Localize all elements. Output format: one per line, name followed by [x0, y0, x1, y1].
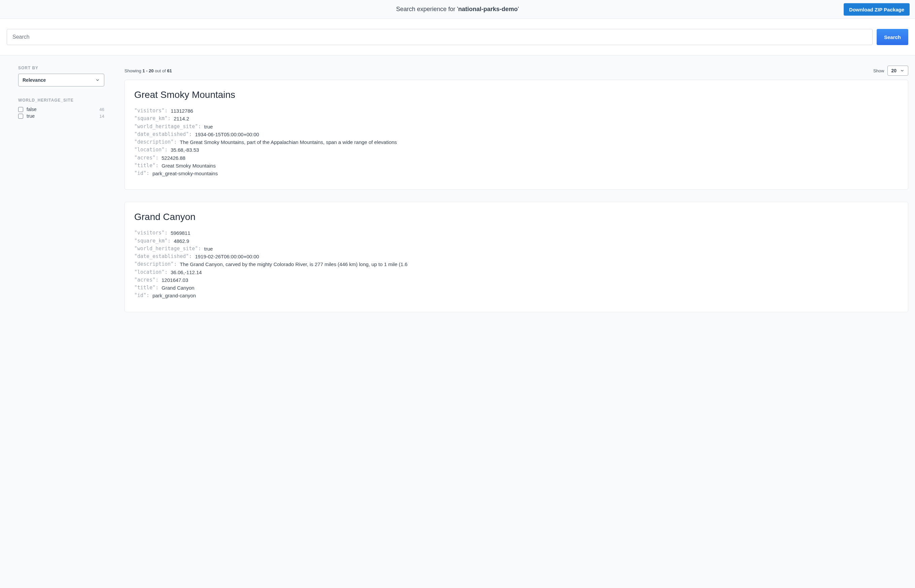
result-fields: "visitors": 5969811 "square_km": 4862.9 …	[134, 229, 899, 299]
field-value: true	[204, 123, 213, 131]
field-title: "title": Great Smoky Mountains	[134, 162, 899, 170]
field-location: "location": 35.68,-83.53	[134, 146, 899, 154]
results-count-text: Showing 1 - 20 out of 61	[124, 68, 172, 73]
search-button[interactable]: Search	[877, 29, 908, 45]
page-title: Search experience for 'national-parks-de…	[396, 6, 519, 13]
page-size-select[interactable]: 20	[888, 66, 908, 76]
field-date-established: "date_established": 1919-02-26T06:00:00+…	[134, 253, 899, 260]
field-key: "date_established":	[134, 253, 195, 260]
facet-option-true[interactable]: true 14	[18, 113, 104, 120]
field-value: true	[204, 245, 213, 253]
field-title: "title": Grand Canyon	[134, 284, 899, 292]
field-value: park_grand-canyon	[152, 292, 196, 299]
field-visitors: "visitors": 11312786	[134, 107, 899, 115]
showing-prefix: Showing	[124, 68, 142, 73]
field-value: 36.06,-112.14	[171, 268, 202, 276]
facet-label: true	[27, 113, 100, 119]
field-value: 2114.2	[174, 115, 189, 123]
results-main: Showing 1 - 20 out of 61 Show 20 Great S…	[124, 66, 908, 324]
facet-heading: world_heritage_site	[18, 98, 104, 103]
field-location: "location": 36.06,-112.14	[134, 268, 899, 276]
field-value: Grand Canyon	[161, 284, 194, 292]
sidebar: Sort by Relevance world_heritage_site fa…	[7, 66, 104, 131]
sort-selected-label: Relevance	[23, 78, 46, 83]
field-value: 1201647.03	[161, 276, 188, 284]
page-title-prefix: Search experience for '	[396, 6, 458, 13]
field-key: "id":	[134, 292, 152, 299]
search-bar: Search	[0, 19, 915, 55]
results-header: Showing 1 - 20 out of 61 Show 20	[124, 66, 908, 76]
field-key: "acres":	[134, 154, 161, 162]
field-key: "acres":	[134, 276, 161, 284]
field-date-established: "date_established": 1934-06-15T05:00:00+…	[134, 131, 899, 138]
field-id: "id": park_grand-canyon	[134, 292, 899, 299]
result-title[interactable]: Great Smoky Mountains	[134, 89, 899, 100]
out-of-text: out of	[154, 68, 167, 73]
facet-count: 14	[100, 114, 104, 119]
chevron-down-icon	[900, 68, 905, 73]
result-fields: "visitors": 11312786 "square_km": 2114.2…	[134, 107, 899, 177]
search-input[interactable]	[7, 29, 873, 45]
field-value: 1919-02-26T06:00:00+00:00	[195, 253, 259, 260]
facet-section-world-heritage-site: world_heritage_site false 46 true 14	[18, 98, 104, 120]
field-key: "square_km":	[134, 115, 174, 123]
field-value: park_great-smoky-mountains	[152, 170, 218, 177]
field-key: "description":	[134, 260, 180, 268]
showing-range: 1 - 20	[142, 68, 153, 73]
checkbox-icon	[18, 107, 23, 112]
field-value: The Grand Canyon, carved by the mighty C…	[180, 260, 407, 268]
facet-count: 46	[100, 107, 104, 112]
field-acres: "acres": 522426.88	[134, 154, 899, 162]
sort-heading: Sort by	[18, 66, 104, 70]
field-visitors: "visitors": 5969811	[134, 229, 899, 237]
field-key: "title":	[134, 284, 161, 292]
field-acres: "acres": 1201647.03	[134, 276, 899, 284]
field-key: "description":	[134, 138, 180, 146]
facet-label: false	[27, 107, 100, 112]
field-value: 522426.88	[161, 154, 186, 162]
field-square-km: "square_km": 4862.9	[134, 237, 899, 245]
field-value: 1934-06-15T05:00:00+00:00	[195, 131, 259, 138]
sort-select[interactable]: Relevance	[18, 74, 104, 86]
result-card: Grand Canyon "visitors": 5969811 "square…	[124, 202, 908, 312]
field-square-km: "square_km": 2114.2	[134, 115, 899, 123]
show-label: Show	[873, 68, 884, 73]
page-size-wrap: Show 20	[873, 66, 908, 76]
field-description: "description": The Grand Canyon, carved …	[134, 260, 899, 268]
field-description: "description": The Great Smoky Mountains…	[134, 138, 899, 146]
field-key: "world_heritage_site":	[134, 245, 204, 253]
download-zip-button[interactable]: Download ZIP Package	[844, 3, 910, 16]
page-size-value: 20	[891, 68, 897, 73]
field-key: "visitors":	[134, 229, 171, 237]
field-world-heritage-site: "world_heritage_site": true	[134, 245, 899, 253]
field-id: "id": park_great-smoky-mountains	[134, 170, 899, 177]
page-title-suffix: '	[518, 6, 519, 13]
result-title[interactable]: Grand Canyon	[134, 212, 899, 222]
result-card: Great Smoky Mountains "visitors": 113127…	[124, 80, 908, 190]
field-key: "visitors":	[134, 107, 171, 115]
field-key: "title":	[134, 162, 161, 170]
facet-option-false[interactable]: false 46	[18, 106, 104, 113]
header-bar: Search experience for 'national-parks-de…	[0, 0, 915, 19]
checkbox-icon	[18, 114, 23, 119]
field-value: 5969811	[171, 229, 190, 237]
field-value: 4862.9	[174, 237, 189, 245]
page-title-engine: national-parks-demo	[458, 6, 518, 13]
field-value: 11312786	[171, 107, 193, 115]
field-key: "square_km":	[134, 237, 174, 245]
body: Sort by Relevance world_heritage_site fa…	[0, 55, 915, 338]
field-value: 35.68,-83.53	[171, 146, 199, 154]
field-world-heritage-site: "world_heritage_site": true	[134, 123, 899, 131]
sort-section: Sort by Relevance	[18, 66, 104, 86]
field-value: The Great Smoky Mountains, part of the A…	[180, 138, 397, 146]
field-key: "id":	[134, 170, 152, 177]
showing-total: 61	[167, 68, 171, 73]
field-key: "location":	[134, 268, 171, 276]
chevron-down-icon	[95, 78, 100, 82]
field-value: Great Smoky Mountains	[161, 162, 216, 170]
field-key: "world_heritage_site":	[134, 123, 204, 131]
field-key: "location":	[134, 146, 171, 154]
field-key: "date_established":	[134, 131, 195, 138]
facet-list: false 46 true 14	[18, 106, 104, 120]
